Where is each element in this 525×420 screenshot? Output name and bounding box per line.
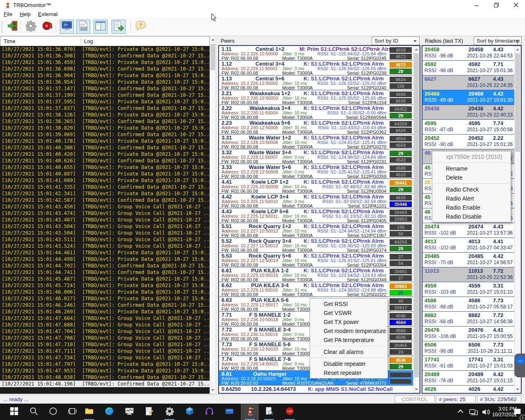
peer-row[interactable]: 1.13Central 5+6K: S1:LCPtrnk S2:LCPtrnk … <box>219 75 413 90</box>
scroll-down-icon[interactable] <box>515 386 520 393</box>
cortana-button[interactable] <box>44 404 62 420</box>
log-row[interactable]: [10/27/2021 15:01:47.797][TRBO/evt]: Pri… <box>0 361 210 368</box>
log-row[interactable]: [10/27/2021 15:01:42.341][TRBO/evt]: Pri… <box>0 190 210 197</box>
peer-row[interactable]: 5.52Rock Quarry 3+4K: S1:LCPtrnk S2:LCPt… <box>219 238 413 253</box>
context-menu-item[interactable]: Get TX power <box>310 317 388 326</box>
context-menu-item[interactable]: Delete <box>432 173 511 182</box>
log-row[interactable]: [10/27/2021 15:01:44.702][TRBO/evt]: Con… <box>0 262 210 269</box>
restore-button[interactable] <box>488 0 504 10</box>
peer-row[interactable]: 2.21Waiakeakua 1+2K: S1:LCPtrnk S2:LCPtr… <box>219 90 413 105</box>
task-view-button[interactable] <box>63 404 81 420</box>
context-menu-item[interactable]: Radio Check <box>432 185 511 194</box>
radio-row[interactable]: 20474204744.43RSSI: -102 dB2021-10-27 13… <box>422 223 514 238</box>
log-row[interactable]: [10/27/2021 15:01:45.724][TRBO/evt]: Pri… <box>0 282 210 289</box>
log-row[interactable]: [10/27/2021 15:01:43.524][TRBO/evt]: Gro… <box>0 243 210 249</box>
context-menu-item[interactable]: Get RSSI <box>310 299 388 308</box>
context-menu-item[interactable]: Disable repeater <box>310 359 388 368</box>
log-row[interactable]: [10/27/2021 15:01:40.897][TRBO/evt]: Pri… <box>0 171 210 177</box>
context-menu-item[interactable]: Rename <box>432 164 511 173</box>
remote-access-icon[interactable]: ↔ <box>516 356 525 365</box>
log-column-log[interactable]: Log <box>84 38 93 44</box>
log-row[interactable]: [10/27/2021 15:01:46.027][TRBO/evt]: Pri… <box>0 295 210 302</box>
text-log-button[interactable]: TXT <box>76 20 90 34</box>
log-row[interactable]: [10/27/2021 15:01:38.829][TRBO/evt]: Pri… <box>0 125 210 131</box>
log-row[interactable]: [10/27/2021 15:01:46.006][TRBO/evt]: Pri… <box>0 289 210 295</box>
log-row[interactable]: [10/27/2021 15:01:43.474][TRBO/evt]: Gro… <box>0 210 210 217</box>
log-row[interactable]: [10/27/2021 15:01:40.420][TRBO/evt]: Pri… <box>0 151 210 158</box>
log-row[interactable]: [10/27/2021 15:01:36.070][TRBO/evt]: Pri… <box>0 46 210 52</box>
radio-row[interactable]: 20489204894.42RSSI: -76 dB2021-10-27 15:… <box>422 371 514 386</box>
log-row[interactable]: [10/27/2021 15:01:39.069][TRBO/evt]: Con… <box>0 131 210 138</box>
context-menu-item[interactable]: Get PA temperature <box>310 336 388 345</box>
peer-row[interactable]: 4.43Koele LCP 5+6K: S1:LCPtrnk S2:LCPtrn… <box>219 208 413 223</box>
log-row[interactable]: [10/27/2021 15:01:36.904][TRBO/evt]: Pri… <box>0 72 210 79</box>
log-row[interactable]: [10/27/2021 15:01:40.655][TRBO/evt]: Pri… <box>0 164 210 171</box>
peers-sort-dropdown[interactable]: Sort by ID <box>372 37 420 45</box>
context-menu-item[interactable]: Clear all alarms <box>310 347 388 356</box>
menu-item-file[interactable]: File <box>0 10 16 18</box>
peer-row[interactable]: 4.42Koele LCP 3+4K: S1:LCPtrnk S2:LCPtrn… <box>219 194 413 208</box>
context-menu-item[interactable]: Radio Disable <box>432 212 511 221</box>
scroll-down-icon[interactable] <box>413 386 419 393</box>
log-row[interactable]: [10/27/2021 15:01:47.734][TRBO/evt]: Gro… <box>0 354 210 361</box>
tray-expand-icon[interactable] <box>455 404 467 420</box>
peer-row[interactable]: 3.32Waste Water 3+4K: S1:LCPtrnk S2:LCPt… <box>219 149 413 164</box>
edge-browser-app[interactable] <box>100 404 118 420</box>
log-row[interactable]: [10/27/2021 15:01:37.595][TRBO/evt]: Pri… <box>0 98 210 105</box>
log-row[interactable]: [10/27/2021 15:01:44.461][TRBO/evt]: Pri… <box>0 249 210 256</box>
split-view-button[interactable] <box>94 20 107 34</box>
control-button[interactable]: CONTROL <box>395 395 435 403</box>
start-button[interactable] <box>5 404 23 420</box>
peer-row[interactable]: 2.22Waiakeakua 3+4K: S1:LCPtrnk S2:LCPtr… <box>219 105 413 120</box>
trbomonitor-app[interactable] <box>241 404 259 420</box>
peer-row[interactable]: 3.31Waste Water 1+2K: S1:LCPtrnk S2:LCPt… <box>219 135 413 149</box>
file-explorer-app[interactable] <box>80 404 98 420</box>
log-row[interactable]: [10/27/2021 15:01:41.335][TRBO/evt]: Con… <box>0 184 210 190</box>
alarm-button[interactable] <box>40 20 54 34</box>
log-row[interactable]: [10/27/2021 15:01:36.698][TRBO/evt]: Con… <box>0 66 210 72</box>
radio-row[interactable]: 20452204522.22RSSI: -90 dB2021-10-27 15:… <box>422 135 514 149</box>
radio-row[interactable]: 20476204764.41RSSI: -106 dB2021-10-27 15… <box>422 326 514 341</box>
radio-row[interactable]: 402640264.42 <box>422 386 514 394</box>
context-menu-item[interactable]: Radio Enable <box>432 203 511 212</box>
peer-row[interactable]: 1.11Central 1+2M: Prim S1:LCPtrnk S2:LCP… <box>219 46 413 61</box>
search-button[interactable] <box>25 404 43 420</box>
log-row[interactable]: [10/27/2021 15:01:47.708][TRBO/evt]: Gro… <box>0 335 210 341</box>
radio-row[interactable]: 20458204584.43RSSI: -96 dB2021-10-26 22:… <box>422 46 514 61</box>
log-row[interactable]: [10/27/2021 15:01:43.511][TRBO/evt]: Gro… <box>0 236 210 243</box>
radio-row[interactable]: 20468204684.42RSSI: -69 dB2021-10-27 15:… <box>422 90 514 105</box>
close-button[interactable] <box>508 0 524 10</box>
log-row[interactable]: [10/27/2021 15:01:47.711][TRBO/evt]: Gro… <box>0 348 210 354</box>
log-row[interactable]: [10/27/2021 15:01:46.269][TRBO/evt]: Pri… <box>0 308 210 315</box>
log-row[interactable]: [10/27/2021 15:01:44.499][TRBO/evt]: Pri… <box>0 256 210 262</box>
log-row[interactable]: [10/27/2021 15:01:48.038][TRBO/evt]: Con… <box>0 374 210 381</box>
scroll-down-icon[interactable] <box>210 387 216 393</box>
performance-monitor-app[interactable] <box>120 404 138 420</box>
log-row[interactable]: [10/27/2021 15:01:47.704][TRBO/evt]: Gro… <box>0 328 210 335</box>
log-row[interactable]: [10/27/2021 15:01:43.504][TRBO/evt]: Gro… <box>0 223 210 230</box>
peer-row[interactable]: 6.62PUA KILEA 3-4K: S1:LCPtrnk S2:LCPtrn… <box>219 282 413 297</box>
log-row[interactable]: [10/27/2021 15:01:46.246][TRBO/evt]: Con… <box>0 302 210 308</box>
toolbar-drag-handle[interactable] <box>2 21 2 33</box>
log-column-time[interactable]: Time <box>4 38 15 44</box>
radio-row[interactable]: 458645867.73RSSI: -68 dB2021-10-27 05:58… <box>422 297 514 312</box>
monitor-view-button[interactable] <box>60 20 74 34</box>
log-row[interactable]: [10/27/2021 15:01:40.178][TRBO/evt]: Pri… <box>0 138 210 144</box>
log-scrollbar[interactable] <box>210 36 216 394</box>
headset-app[interactable] <box>200 404 218 420</box>
radio-row[interactable]: 401340134.41RSSI: -102 dB2021-10-27 04:3… <box>422 238 514 253</box>
log-row[interactable]: [10/27/2021 15:01:42.587][TRBO/evt]: Con… <box>0 197 210 203</box>
radio-row[interactable]: 455945593.31RSSI: -103 dB2021-10-27 15:0… <box>422 282 514 297</box>
exit-button[interactable] <box>6 20 20 34</box>
log-row[interactable]: [10/27/2021 15:01:41.089][TRBO/evt]: Pri… <box>0 177 210 184</box>
log-row[interactable]: [10/27/2021 15:01:37.199][TRBO/evt]: Con… <box>0 92 210 98</box>
radio-row[interactable]: 888288827.72RSSI: -68 dB2021-10-27 14:56… <box>422 312 514 326</box>
log-row[interactable]: [10/27/2021 15:01:37.837][TRBO/evt]: Con… <box>0 105 210 112</box>
context-menu-item[interactable]: Radio Alert <box>432 194 511 203</box>
log-row[interactable]: [10/27/2021 15:01:36.954][TRBO/evt]: Pri… <box>0 79 210 85</box>
settings-button[interactable] <box>24 20 38 34</box>
log-row[interactable]: [10/27/2021 15:01:36.308][TRBO/evt]: Con… <box>0 52 210 59</box>
log-row[interactable]: [10/27/2021 15:01:43.504][TRBO/evt]: Gro… <box>0 230 210 236</box>
log-row[interactable]: [10/27/2021 15:01:48.196][TRBO/evt]: Con… <box>0 381 210 387</box>
radio-row[interactable]: 20438204384.422021-10-25 22:40:23 <box>422 105 514 120</box>
